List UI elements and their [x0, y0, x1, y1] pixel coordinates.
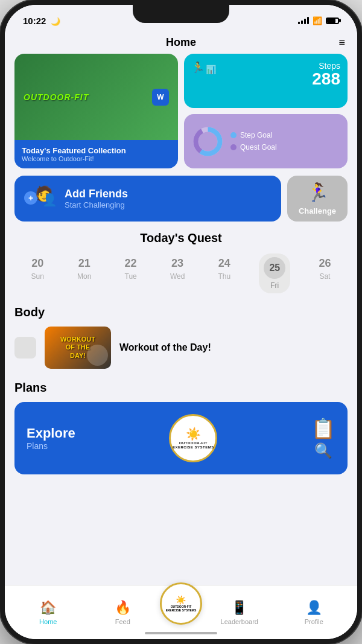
action-cards: + 🧑 👤 Add Friends Start Challenging 🏃‍♀️…: [14, 176, 348, 222]
step-goal-dot: [230, 132, 237, 138]
calendar-strip: 20 Sun 21 Mon 22 Tue 23 Wed 24 Thu: [14, 253, 348, 293]
plans-right-icons: 📋 🔍: [311, 417, 335, 459]
challenge-icon: 🏃‍♀️: [306, 182, 329, 203]
cal-day-mon[interactable]: 21 Mon: [72, 253, 96, 293]
step-goal-label: Step Goal: [240, 131, 272, 139]
challenge-label: Challenge: [299, 206, 336, 215]
home-icon: 🏠: [40, 600, 56, 616]
nav-home-label: Home: [39, 618, 57, 625]
moon-icon: 🌙: [51, 17, 60, 26]
workout-card[interactable]: WORKOUTOF THEDAY! Workout of the Day!: [14, 327, 348, 369]
nav-home[interactable]: 🏠 Home: [11, 600, 86, 625]
quest-goal-dot: [230, 144, 237, 150]
nav-feed-label: Feed: [115, 618, 130, 625]
menu-button[interactable]: ≡: [338, 36, 345, 49]
cal-day-fri[interactable]: 25 Fri: [259, 253, 290, 293]
steps-figure-icon: 🏃: [191, 61, 205, 74]
person2-icon: 👤: [42, 193, 57, 207]
signal-icon: [298, 17, 309, 24]
feed-icon: 🔥: [115, 600, 131, 616]
steps-info: Steps 288: [312, 61, 340, 88]
vol-up-button: [0, 101, 2, 132]
body-section-label: Body: [14, 305, 348, 319]
center-logo-text: OUTDOOR-FITEXERCISE SYSTEMS: [166, 605, 197, 612]
status-icons: 📶: [298, 16, 339, 25]
cal-day-sun[interactable]: 20 Sun: [27, 253, 49, 293]
steps-card[interactable]: 🏃 📊 Steps 288: [184, 54, 348, 108]
outdoor-fit-logo: ☀️ OUTDOOR-FITEXERCISE SYSTEMS: [169, 414, 217, 462]
workout-checkbox[interactable]: [14, 337, 36, 359]
workout-thumbnail: WORKOUTOF THEDAY!: [45, 327, 111, 369]
workout-thumbnail-text: WORKOUTOF THEDAY!: [60, 336, 95, 360]
add-friends-subtitle: Start Challenging: [65, 200, 128, 209]
friends-icon-area: + 🧑 👤: [24, 185, 57, 212]
workout-name: Workout of the Day!: [119, 342, 211, 353]
step-goal-item: Step Goal: [230, 131, 277, 139]
page-title: Home: [166, 36, 196, 49]
profile-icon: 👤: [306, 600, 322, 616]
quest-goal-label: Quest Goal: [240, 143, 277, 151]
wi-logo-icon: W: [152, 89, 169, 106]
calendar-clipboard-icon: 📋: [311, 417, 335, 440]
quest-section-title: Today's Quest: [14, 231, 348, 245]
vol-down-button: [0, 138, 2, 168]
nav-center-button[interactable]: ☀️ OUTDOOR-FITEXERCISE SYSTEMS: [160, 582, 202, 625]
goals-card[interactable]: Step Goal Quest Goal: [184, 114, 348, 168]
nav-profile-label: Profile: [305, 618, 323, 625]
battery-icon: [326, 18, 339, 24]
goals-donut-chart: [191, 125, 224, 158]
leaderboard-icon: 📱: [231, 600, 247, 616]
plans-section-label: Plans: [14, 381, 348, 395]
app-header: Home ≡: [5, 31, 357, 54]
plans-card[interactable]: Explore Plans ☀️ OUTDOOR-FITEXERCISE SYS…: [14, 402, 348, 474]
goals-legend: Step Goal Quest Goal: [230, 131, 277, 151]
sun-icon: ☀️: [186, 427, 201, 441]
add-friends-text: Add Friends Start Challenging: [65, 188, 128, 209]
phone-shell: 10:22 🌙 📶 Home ≡: [0, 0, 362, 644]
power-button: [360, 113, 362, 156]
cal-day-sat[interactable]: 26 Sat: [314, 253, 335, 293]
featured-subtitle: Welcome to Outdoor-Fit!: [22, 155, 171, 162]
featured-logo-area: OUTDOOR-FIT W: [14, 54, 178, 140]
challenge-card[interactable]: 🏃‍♀️ Challenge: [287, 176, 348, 222]
screen: 10:22 🌙 📶 Home ≡: [5, 5, 357, 639]
cal-day-wed[interactable]: 23 Wed: [165, 253, 189, 293]
bottom-nav: 🏠 Home 🔥 Feed ☀️ OUTDOOR-FITEXERCISE SYS…: [5, 585, 357, 639]
nav-profile[interactable]: 👤 Profile: [277, 600, 352, 625]
cal-day-thu[interactable]: 24 Thu: [213, 253, 235, 293]
plans-left: Explore Plans: [27, 426, 75, 451]
logo-text: OUTDOOR-FITEXERCISE SYSTEMS: [173, 441, 214, 450]
scroll-content: OUTDOOR-FIT W Today's Featured Collectio…: [5, 54, 357, 639]
nav-feed[interactable]: 🔥 Feed: [86, 600, 160, 625]
quest-goal-item: Quest Goal: [230, 143, 277, 151]
plans-subtitle: Plans: [27, 441, 75, 451]
nav-leaderboard-label: Leaderboard: [221, 618, 258, 625]
center-logo-sun: ☀️: [176, 595, 186, 605]
plans-explore-label: Explore: [27, 426, 75, 441]
steps-chart-icon: 📊: [206, 65, 216, 74]
cal-day-tue[interactable]: 22 Tue: [120, 253, 142, 293]
top-cards-grid: OUTDOOR-FIT W Today's Featured Collectio…: [14, 54, 348, 168]
featured-collection-card[interactable]: OUTDOOR-FIT W Today's Featured Collectio…: [14, 54, 178, 168]
featured-footer: Today's Featured Collection Welcome to O…: [14, 140, 178, 168]
phone-notch: [133, 5, 229, 23]
add-friends-card[interactable]: + 🧑 👤 Add Friends Start Challenging: [14, 176, 281, 222]
outdoor-fit-brand: OUTDOOR-FIT: [24, 92, 89, 102]
home-indicator: [145, 632, 217, 634]
magnifier-icon: 🔍: [314, 442, 332, 459]
steps-count: 288: [312, 71, 340, 88]
nav-leaderboard[interactable]: 📱 Leaderboard: [202, 600, 277, 625]
steps-illustration: 🏃 📊: [191, 61, 216, 74]
wifi-icon: 📶: [313, 16, 322, 25]
status-time: 10:22 🌙: [23, 16, 60, 26]
add-friends-title: Add Friends: [65, 188, 128, 200]
featured-title: Today's Featured Collection: [22, 146, 171, 155]
